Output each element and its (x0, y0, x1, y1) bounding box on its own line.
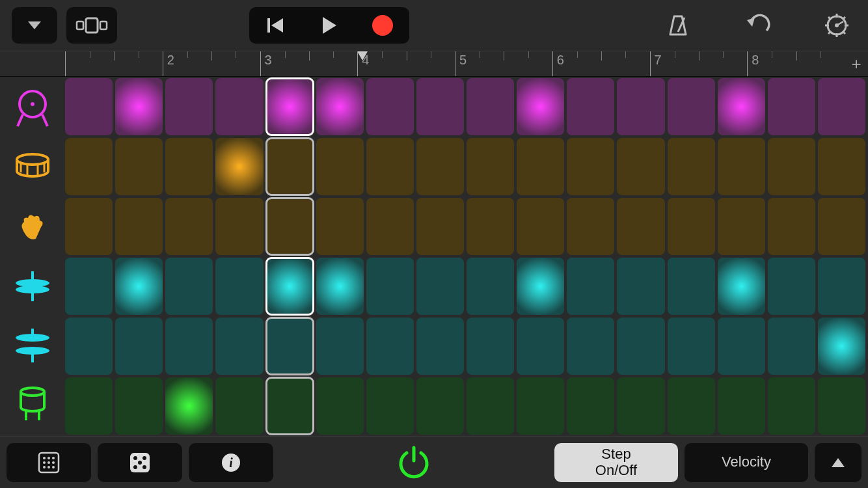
step-cell[interactable] (266, 258, 314, 315)
timeline-ruler[interactable]: 2345678+ (0, 51, 868, 77)
step-cell[interactable] (718, 318, 765, 375)
step-cell[interactable] (366, 138, 414, 195)
step-cell[interactable] (416, 78, 464, 135)
step-cell[interactable] (567, 198, 614, 255)
step-cell[interactable] (567, 258, 614, 315)
step-cell[interactable] (768, 138, 815, 195)
step-cell[interactable] (818, 318, 865, 375)
step-cell[interactable] (215, 318, 263, 375)
step-cell[interactable] (818, 138, 865, 195)
step-cell[interactable] (165, 198, 213, 255)
ruler-bar[interactable]: 3 (260, 51, 358, 76)
step-cell[interactable] (768, 318, 815, 375)
go-to-start-button[interactable] (249, 7, 303, 44)
step-cell[interactable] (567, 138, 614, 195)
step-cell[interactable] (266, 198, 314, 255)
snare-icon[interactable] (0, 137, 65, 197)
step-cell[interactable] (517, 377, 564, 435)
step-cell[interactable] (718, 78, 765, 135)
step-cell[interactable] (165, 78, 213, 135)
step-cell[interactable] (115, 198, 163, 255)
step-cell[interactable] (668, 198, 715, 255)
step-cell[interactable] (416, 318, 464, 375)
step-cell[interactable] (215, 258, 263, 315)
step-cell[interactable] (65, 138, 113, 195)
step-cell[interactable] (115, 318, 163, 375)
step-cell[interactable] (416, 258, 464, 315)
step-cell[interactable] (115, 377, 163, 435)
tom-icon[interactable] (0, 375, 65, 435)
step-cell[interactable] (617, 318, 664, 375)
step-cell[interactable] (517, 258, 564, 315)
settings-button[interactable] (824, 12, 850, 38)
metronome-button[interactable] (665, 12, 691, 38)
ruler-bar[interactable]: 8 (747, 51, 845, 76)
step-cell[interactable] (668, 318, 715, 375)
step-onoff-mode-button[interactable]: Step On/Off (554, 443, 678, 482)
view-switch-button[interactable] (66, 7, 117, 44)
step-cell[interactable] (467, 258, 514, 315)
step-cell[interactable] (65, 78, 113, 135)
step-cell[interactable] (115, 258, 163, 315)
step-cell[interactable] (617, 198, 664, 255)
step-cell[interactable] (165, 258, 213, 315)
step-cell[interactable] (517, 318, 564, 375)
step-cell[interactable] (215, 78, 263, 135)
step-cell[interactable] (316, 78, 364, 135)
step-cell[interactable] (818, 377, 865, 435)
step-cell[interactable] (517, 138, 564, 195)
step-cell[interactable] (617, 377, 664, 435)
play-button[interactable] (303, 7, 356, 44)
ruler-bar[interactable]: 5 (455, 51, 552, 76)
step-cell[interactable] (416, 377, 464, 435)
step-cell[interactable] (266, 318, 314, 375)
ruler-bar[interactable]: 2 (163, 51, 260, 76)
power-button[interactable] (395, 444, 433, 481)
ruler-bar[interactable]: 4 (357, 51, 455, 76)
step-cell[interactable] (215, 198, 263, 255)
add-bars-button[interactable]: + (845, 51, 868, 76)
randomize-button[interactable] (98, 443, 182, 482)
step-cell[interactable] (65, 318, 113, 375)
velocity-mode-button[interactable]: Velocity (685, 443, 808, 482)
record-button[interactable] (356, 7, 409, 44)
step-cell[interactable] (316, 318, 364, 375)
step-cell[interactable] (668, 78, 715, 135)
step-cell[interactable] (366, 78, 414, 135)
step-cell[interactable] (165, 138, 213, 195)
step-cell[interactable] (65, 258, 113, 315)
step-cell[interactable] (467, 198, 514, 255)
step-cell[interactable] (215, 138, 263, 195)
step-cell[interactable] (316, 377, 364, 435)
step-cell[interactable] (467, 78, 514, 135)
step-cell[interactable] (165, 318, 213, 375)
pattern-grid-button[interactable] (7, 443, 91, 482)
step-cell[interactable] (65, 198, 113, 255)
step-cell[interactable] (266, 138, 314, 195)
step-cell[interactable] (65, 377, 113, 435)
undo-button[interactable] (743, 14, 772, 37)
step-cell[interactable] (215, 377, 263, 435)
step-cell[interactable] (266, 78, 314, 135)
step-cell[interactable] (416, 198, 464, 255)
step-cell[interactable] (617, 138, 664, 195)
step-cell[interactable] (567, 377, 614, 435)
step-cell[interactable] (768, 78, 815, 135)
instrument-browser-button[interactable] (12, 7, 57, 44)
kick-icon[interactable] (0, 78, 65, 137)
ruler-bar[interactable]: 7 (650, 51, 748, 76)
step-cell[interactable] (768, 198, 815, 255)
step-cell[interactable] (467, 377, 514, 435)
step-cell[interactable] (316, 198, 364, 255)
step-cell[interactable] (266, 377, 314, 435)
step-cell[interactable] (718, 377, 765, 435)
expand-button[interactable] (815, 443, 861, 482)
hihat-closed-icon[interactable] (0, 256, 65, 316)
step-cell[interactable] (416, 138, 464, 195)
clap-icon[interactable] (0, 197, 65, 256)
step-cell[interactable] (467, 138, 514, 195)
step-cell[interactable] (115, 78, 163, 135)
step-cell[interactable] (366, 318, 414, 375)
step-cell[interactable] (668, 377, 715, 435)
step-cell[interactable] (818, 198, 865, 255)
